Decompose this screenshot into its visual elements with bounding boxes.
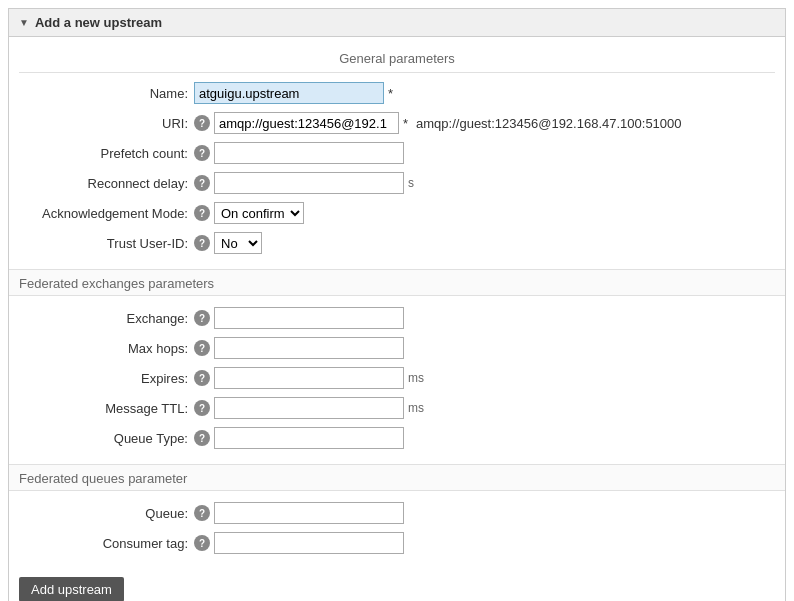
ack-mode-row: Acknowledgement Mode: ? On confirm On pu…	[19, 201, 775, 225]
message-ttl-help-icon[interactable]: ?	[194, 400, 210, 416]
queue-type-label: Queue Type:	[19, 431, 194, 446]
message-ttl-input[interactable]	[214, 397, 404, 419]
uri-required: *	[403, 116, 408, 131]
expires-label: Expires:	[19, 371, 194, 386]
queue-label: Queue:	[19, 506, 194, 521]
exchange-row: Exchange: ?	[19, 306, 775, 330]
queue-type-help-icon[interactable]: ?	[194, 430, 210, 446]
uri-help-icon[interactable]: ?	[194, 115, 210, 131]
federated-queues-title: Federated queues parameter	[9, 464, 785, 491]
general-section-title: General parameters	[19, 41, 775, 73]
trust-userid-select[interactable]: No Yes	[214, 232, 262, 254]
name-row: Name: *	[19, 81, 775, 105]
trust-userid-row: Trust User-ID: ? No Yes	[19, 231, 775, 255]
prefetch-label: Prefetch count:	[19, 146, 194, 161]
uri-label: URI:	[19, 116, 194, 131]
federated-queues-section: Queue: ? Consumer tag: ?	[9, 497, 785, 569]
trust-userid-help-icon[interactable]: ?	[194, 235, 210, 251]
reconnect-input[interactable]	[214, 172, 404, 194]
exchange-label: Exchange:	[19, 311, 194, 326]
prefetch-row: Prefetch count: ?	[19, 141, 775, 165]
message-ttl-row: Message TTL: ? ms	[19, 396, 775, 420]
trust-userid-label: Trust User-ID:	[19, 236, 194, 251]
message-ttl-unit: ms	[408, 401, 424, 415]
add-upstream-button[interactable]: Add upstream	[19, 577, 124, 601]
prefetch-help-icon[interactable]: ?	[194, 145, 210, 161]
message-ttl-label: Message TTL:	[19, 401, 194, 416]
consumer-tag-row: Consumer tag: ?	[19, 531, 775, 555]
expires-help-icon[interactable]: ?	[194, 370, 210, 386]
queue-type-row: Queue Type: ?	[19, 426, 775, 450]
max-hops-input[interactable]	[214, 337, 404, 359]
queue-input[interactable]	[214, 502, 404, 524]
expires-row: Expires: ? ms	[19, 366, 775, 390]
uri-display: amqp://guest:123456@192.168.47.100:51000	[416, 116, 681, 131]
uri-input[interactable]	[214, 112, 399, 134]
consumer-tag-input[interactable]	[214, 532, 404, 554]
panel-header: ▼ Add a new upstream	[9, 9, 785, 37]
max-hops-row: Max hops: ?	[19, 336, 775, 360]
panel-title: Add a new upstream	[35, 15, 162, 30]
prefetch-input[interactable]	[214, 142, 404, 164]
general-section: General parameters Name: * URI: ? * amqp…	[9, 37, 785, 269]
max-hops-label: Max hops:	[19, 341, 194, 356]
exchange-input[interactable]	[214, 307, 404, 329]
queue-type-input[interactable]	[214, 427, 404, 449]
ack-mode-select[interactable]: On confirm On publish No ack	[214, 202, 304, 224]
ack-mode-help-icon[interactable]: ?	[194, 205, 210, 221]
collapse-icon[interactable]: ▼	[19, 17, 29, 28]
federated-exchanges-title: Federated exchanges parameters	[9, 269, 785, 296]
queue-row: Queue: ?	[19, 501, 775, 525]
consumer-tag-label: Consumer tag:	[19, 536, 194, 551]
queue-help-icon[interactable]: ?	[194, 505, 210, 521]
name-label: Name:	[19, 86, 194, 101]
reconnect-unit: s	[408, 176, 414, 190]
name-required: *	[388, 86, 393, 101]
uri-row: URI: ? * amqp://guest:123456@192.168.47.…	[19, 111, 775, 135]
reconnect-row: Reconnect delay: ? s	[19, 171, 775, 195]
add-upstream-panel: ▼ Add a new upstream General parameters …	[8, 8, 786, 601]
reconnect-help-icon[interactable]: ?	[194, 175, 210, 191]
expires-unit: ms	[408, 371, 424, 385]
consumer-tag-help-icon[interactable]: ?	[194, 535, 210, 551]
expires-input[interactable]	[214, 367, 404, 389]
exchange-help-icon[interactable]: ?	[194, 310, 210, 326]
federated-exchanges-section: Exchange: ? Max hops: ? Expires: ? ms Me…	[9, 302, 785, 464]
max-hops-help-icon[interactable]: ?	[194, 340, 210, 356]
ack-mode-label: Acknowledgement Mode:	[19, 206, 194, 221]
reconnect-label: Reconnect delay:	[19, 176, 194, 191]
name-input[interactable]	[194, 82, 384, 104]
